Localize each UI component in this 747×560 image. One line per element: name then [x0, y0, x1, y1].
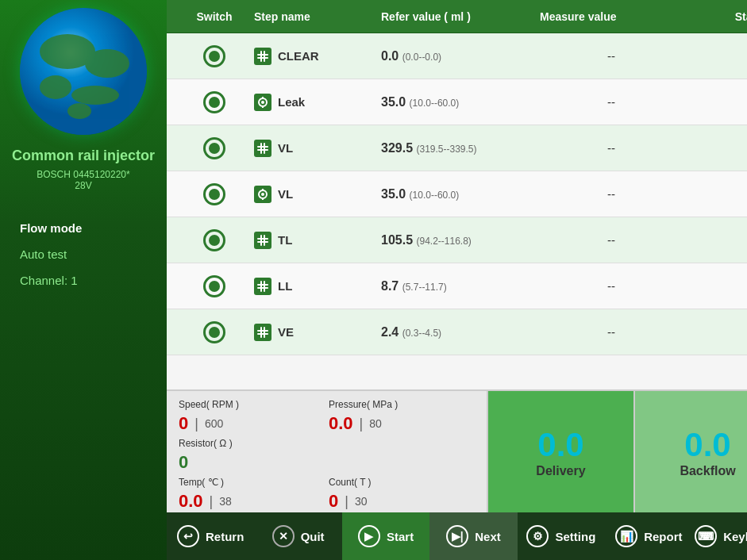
svg-rect-29	[260, 281, 262, 292]
speed-limit: 600	[205, 417, 223, 430]
svg-point-4	[40, 75, 71, 99]
svg-rect-30	[264, 281, 265, 292]
step-refer-main-1: 0.0	[381, 49, 399, 63]
return-button[interactable]: ↩ Return	[167, 512, 254, 560]
step-icon-4	[254, 186, 271, 203]
step-icon-6	[254, 278, 271, 295]
step-refer-main-7: 2.4	[381, 325, 399, 339]
svg-rect-17	[260, 143, 262, 154]
step-switch-4[interactable]	[203, 183, 225, 205]
step-refer-range-6: (5.7--11.7)	[402, 282, 447, 293]
globe-icon	[20, 8, 147, 135]
step-measure-3: --	[607, 141, 615, 155]
delivery-value: 0.0	[537, 426, 583, 464]
temp-limit: 38	[219, 495, 232, 508]
header-stepname: Step name	[254, 10, 381, 23]
quit-icon: ✕	[272, 525, 295, 547]
step-switch-6[interactable]	[203, 275, 225, 297]
table-row: CLEAR 0.0 (0.0--0.0) --	[167, 33, 747, 79]
svg-rect-27	[257, 284, 268, 286]
start-button[interactable]: ▶ Start	[342, 512, 429, 560]
header-measure: Measure value	[540, 10, 683, 23]
return-icon: ↩	[177, 525, 199, 547]
step-switch-7[interactable]	[203, 321, 225, 343]
svg-point-6	[67, 103, 91, 119]
svg-rect-7	[257, 54, 268, 56]
step-name-4: VL	[278, 187, 293, 201]
status-area: Speed( RPM ) 0 | 600 Pressure( MPa ) 0.0…	[167, 389, 747, 512]
step-measure-5: --	[607, 233, 615, 247]
svg-rect-24	[257, 241, 268, 243]
resistor-field: Resistor( Ω ) 0	[179, 438, 475, 473]
step-measure-6: --	[607, 279, 615, 293]
count-limit: 30	[355, 495, 368, 508]
speed-label: Speed( RPM )	[179, 399, 325, 410]
step-switch-5[interactable]	[203, 229, 225, 251]
next-button[interactable]: ▶| Next	[429, 512, 517, 560]
quit-button[interactable]: ✕ Quit	[254, 512, 341, 560]
sidebar: Common rail injector BOSCH 0445120220*28…	[0, 0, 167, 560]
table-row: Leak 35.0 (10.0--60.0) --	[167, 79, 747, 125]
step-measure-2: --	[607, 95, 615, 109]
svg-rect-15	[257, 146, 268, 148]
step-refer-main-4: 35.0	[381, 187, 406, 201]
step-refer-main-3: 329.5	[381, 141, 413, 155]
step-refer-range-7: (0.3--4.5)	[402, 328, 441, 339]
sidebar-item-auto-test[interactable]: Auto test	[8, 241, 159, 267]
backflow-value: 0.0	[684, 426, 730, 464]
step-name-2: Leak	[278, 95, 305, 109]
svg-rect-10	[264, 51, 265, 62]
setting-icon: ⚙	[526, 525, 549, 547]
step-measure-1: --	[607, 49, 615, 63]
device-model: BOSCH 0445120220*28V	[37, 169, 129, 191]
bottom-toolbar: ↩ Return ✕ Quit ▶ Start ▶| Next ⚙ Settin…	[167, 512, 747, 560]
step-icon-7	[254, 324, 271, 341]
report-icon: 📊	[615, 525, 637, 547]
step-icon-5	[254, 232, 271, 249]
step-icon-1	[254, 48, 271, 65]
setting-button[interactable]: ⚙ Setting	[518, 512, 605, 560]
sidebar-item-channel[interactable]: Channel: 1	[8, 267, 159, 293]
step-refer-main-2: 35.0	[381, 95, 406, 109]
svg-point-20	[261, 193, 264, 196]
step-name-6: LL	[278, 279, 292, 293]
svg-rect-25	[260, 235, 262, 246]
step-refer-range-3: (319.5--339.5)	[417, 144, 477, 155]
table-row: VL 35.0 (10.0--60.0) --	[167, 171, 747, 217]
step-name-1: CLEAR	[278, 49, 319, 63]
start-icon: ▶	[358, 525, 380, 547]
step-measure-4: --	[607, 187, 615, 201]
step-switch-3[interactable]	[203, 137, 225, 159]
temp-field: Temp( ℃ ) 0.0 | 38	[179, 477, 325, 512]
step-switch-1[interactable]	[203, 45, 225, 67]
table-header: Switch Step name Refer value ( ml ) Meas…	[167, 0, 747, 33]
keyboard-button[interactable]: ⌨ Keyboard	[693, 512, 747, 560]
report-button[interactable]: 📊 Report	[605, 512, 692, 560]
table-row: VL 329.5 (319.5--339.5) --	[167, 125, 747, 171]
steps-table: CLEAR 0.0 (0.0--0.0) --	[167, 33, 747, 389]
keyboard-icon: ⌨	[695, 525, 717, 547]
svg-rect-33	[260, 327, 262, 338]
temp-value: 0.0	[179, 491, 203, 512]
svg-point-12	[261, 101, 264, 104]
svg-rect-28	[257, 287, 268, 289]
resistor-value: 0	[179, 452, 188, 473]
svg-rect-18	[264, 143, 265, 154]
svg-point-3	[85, 49, 129, 78]
step-icon-3	[254, 140, 271, 157]
sidebar-item-flow-mode[interactable]: Flow mode	[8, 215, 159, 241]
step-switch-2[interactable]	[203, 91, 225, 113]
step-refer-main-6: 8.7	[381, 279, 399, 293]
step-refer-main-5: 105.5	[381, 233, 413, 247]
svg-rect-34	[264, 327, 265, 338]
temp-label: Temp( ℃ )	[179, 477, 325, 488]
speed-value: 0	[179, 413, 188, 434]
pressure-limit: 80	[369, 417, 382, 430]
svg-rect-23	[257, 238, 268, 240]
step-icon-2	[254, 94, 271, 111]
svg-rect-31	[257, 330, 268, 332]
header-switch: Switch	[175, 10, 254, 23]
step-name-7: VE	[278, 325, 294, 339]
backflow-box: 0.0 Backflow	[633, 391, 747, 512]
pressure-value: 0.0	[329, 413, 353, 434]
